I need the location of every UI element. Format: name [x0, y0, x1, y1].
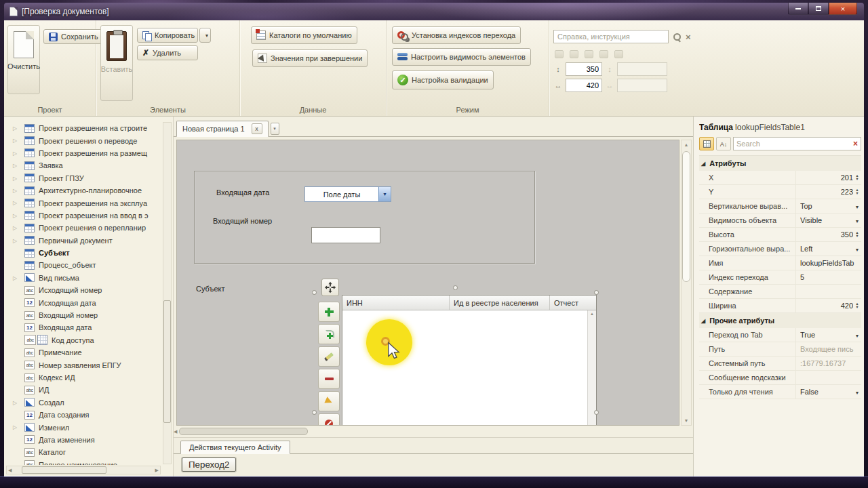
property-value-cell[interactable]: lookupFieldsTab	[795, 256, 861, 270]
sort-alphabetical-button[interactable]	[716, 137, 731, 150]
transition-indexes-button[interactable]: Установка индексов перехода	[392, 26, 521, 44]
table-column-header[interactable]: Ид в реестре населения	[450, 296, 550, 310]
tree-item[interactable]: ▷ Создал	[7, 396, 161, 409]
tree-horizontal-scrollbar[interactable]: ◀ ▶	[6, 466, 161, 474]
expand-arrow-icon[interactable]: ▷	[13, 275, 17, 281]
selection-handle[interactable]	[453, 285, 458, 290]
tree-item[interactable]: ▷ Изменил	[7, 421, 161, 433]
table-vertical-scrollbar[interactable]	[587, 310, 596, 426]
property-value-cell[interactable]: 201	[795, 171, 861, 184]
scroll-right-icon[interactable]: ▶	[155, 468, 159, 473]
canvas-vertical-scrollbar[interactable]: ▲ ▼	[681, 140, 692, 426]
property-row[interactable]: Высота 350	[699, 228, 861, 242]
expand-arrow-icon[interactable]: ▷	[13, 424, 17, 430]
property-row[interactable]: Горизонтальное выра... Left	[699, 242, 861, 256]
scrollbar-thumb[interactable]	[179, 428, 308, 435]
tab-current-activity-actions[interactable]: Действия текущего Activity	[180, 441, 290, 454]
tree-item[interactable]: ▷ Проект разрешения на размещ	[7, 147, 161, 159]
move-widget-handle[interactable]	[321, 279, 339, 296]
tree-item[interactable]: ▷ Заявка	[7, 159, 161, 171]
dropdown-arrow-icon[interactable]	[853, 331, 861, 339]
align-tool-icon[interactable]	[555, 50, 564, 58]
clear-search-icon[interactable]: ×	[853, 139, 858, 148]
cancel-button[interactable]	[318, 413, 340, 426]
tree-item[interactable]: Входящая дата	[7, 321, 161, 333]
property-value-cell[interactable]: 5	[795, 270, 861, 284]
tree-item[interactable]: ▷ Проект ГПЗУ	[7, 172, 161, 184]
titlebar[interactable]: [Проверка документов] ×	[4, 3, 864, 20]
scrollbar-thumb[interactable]	[163, 300, 171, 423]
property-row[interactable]: Сообщение подсказки	[699, 371, 861, 385]
property-value-cell[interactable]: Top	[795, 199, 861, 213]
tree-vertical-scrollbar[interactable]	[163, 122, 172, 464]
section-attributes[interactable]: ◢ Атрибуты	[699, 156, 861, 171]
tree-item[interactable]: Субъект	[7, 247, 161, 259]
tree-item[interactable]: Процесс_объект	[7, 259, 161, 271]
property-value-cell[interactable]	[795, 285, 861, 298]
default-catalogs-button[interactable]: Каталоги по умолчанию	[251, 26, 357, 44]
remove-row-button[interactable]	[318, 369, 340, 389]
incoming-number-input[interactable]	[311, 227, 380, 243]
tree-item[interactable]: Дата изменения	[7, 434, 161, 446]
expand-arrow-icon[interactable]: ▷	[13, 176, 17, 182]
table-column-header[interactable]: Отчест	[550, 296, 596, 310]
tree-item[interactable]: Дата создания	[7, 409, 161, 421]
property-row[interactable]: Индекс перехода 5	[699, 270, 861, 285]
transition2-button[interactable]: Переход2	[182, 458, 236, 472]
save-button[interactable]: Сохранить	[43, 29, 104, 44]
tree-item[interactable]: ▷ Проект решения о переводе	[7, 134, 161, 146]
element-visibility-button[interactable]: Настроить видимость элементов	[392, 48, 531, 66]
property-row[interactable]: Видимость объекта Visible	[699, 214, 861, 228]
validation-settings-button[interactable]: ✓ Настройка валидации	[392, 70, 494, 89]
property-row[interactable]: Y 223	[699, 185, 861, 199]
spinner-icon[interactable]	[853, 302, 861, 309]
expand-arrow-icon[interactable]: ▷	[13, 400, 17, 406]
spinner-icon[interactable]	[853, 174, 861, 181]
expand-arrow-icon[interactable]: ▷	[13, 163, 17, 169]
expand-arrow-icon[interactable]: ▷	[13, 238, 17, 244]
tree-item[interactable]: Кодекс ИД	[7, 371, 161, 384]
property-row[interactable]: Содержание	[699, 285, 861, 299]
tree-item[interactable]: Исходящая дата	[7, 296, 161, 308]
tree-item[interactable]: ▷ Проект разрешения на строите	[7, 122, 161, 134]
copy-dropdown-button[interactable]	[199, 28, 211, 43]
page-tab[interactable]: Новая страница 1 x	[176, 121, 269, 137]
tree-item[interactable]: Входящий номер	[7, 309, 161, 321]
tree-item[interactable]: Полное наименование	[7, 459, 161, 465]
edit-row-button[interactable]	[318, 346, 340, 367]
help-search-input[interactable]	[553, 30, 669, 43]
align-tool-icon[interactable]	[570, 50, 578, 58]
add-row-button[interactable]	[318, 302, 340, 322]
date-field-dropdown[interactable]: Поле даты	[304, 186, 391, 202]
expand-arrow-icon[interactable]: ▷	[13, 138, 17, 144]
scrollbar-thumb[interactable]	[682, 151, 690, 282]
expand-arrow-icon[interactable]: ▷	[13, 150, 17, 157]
height-input[interactable]	[566, 62, 602, 76]
tree-item[interactable]: ▷ Проект разрешения на ввод в э	[7, 209, 161, 222]
tree-item[interactable]: Код доступа	[7, 334, 161, 346]
dropdown-arrow-icon[interactable]	[853, 388, 861, 396]
property-value-cell[interactable]: 420	[795, 299, 861, 312]
spinner-icon[interactable]	[853, 188, 861, 195]
tree-item[interactable]: Номер заявления ЕПГУ	[7, 359, 161, 371]
property-row[interactable]: Имя lookupFieldsTab	[699, 256, 861, 270]
tree-item[interactable]: ИД	[7, 384, 161, 396]
property-row[interactable]: Ширина 420	[699, 299, 861, 313]
tab-close-button[interactable]: x	[252, 123, 262, 134]
property-row[interactable]: X 201	[699, 171, 861, 185]
close-button[interactable]: ×	[829, 3, 857, 15]
property-value-cell[interactable]: False	[795, 385, 861, 399]
property-row[interactable]: Путь Входящее пись	[699, 342, 861, 357]
section-other-attributes[interactable]: ◢ Прочие атрибуты	[699, 313, 861, 328]
property-row[interactable]: Вертикальное вырав... Top	[699, 199, 861, 214]
dropdown-arrow-icon[interactable]	[853, 245, 861, 253]
expand-arrow-icon[interactable]: ▷	[13, 225, 17, 231]
align-tool-icon[interactable]	[585, 50, 593, 58]
tab-scroll-button[interactable]: ▾	[271, 123, 279, 135]
scroll-left-icon[interactable]: ◀	[8, 468, 12, 473]
form-canvas[interactable]: Входящая дата Поле даты Входящий номер С…	[176, 140, 679, 426]
property-value-cell[interactable]: True	[795, 328, 861, 342]
spinner-icon[interactable]	[853, 231, 861, 238]
property-value-cell[interactable]: Visible	[795, 214, 861, 227]
select-row-button[interactable]	[318, 391, 340, 411]
